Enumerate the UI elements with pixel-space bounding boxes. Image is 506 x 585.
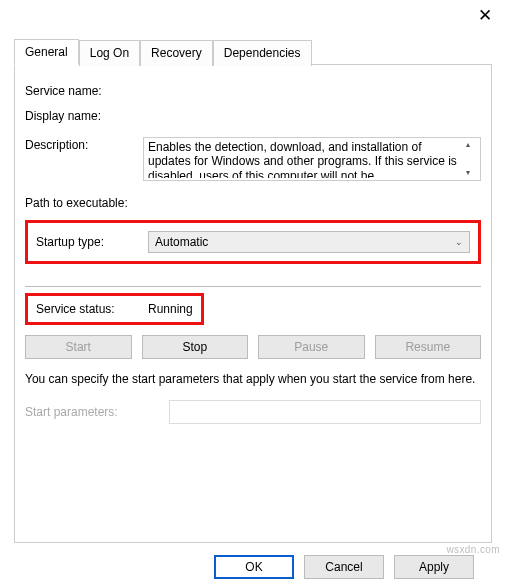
- row-display-name: Display name:: [25, 108, 481, 123]
- resume-button: Resume: [375, 335, 482, 359]
- scroll-up-icon[interactable]: ▴: [460, 140, 476, 150]
- start-parameters-input: [169, 400, 481, 424]
- row-path: Path to executable:: [25, 195, 481, 210]
- label-service-status: Service status:: [36, 302, 148, 316]
- label-description: Description:: [25, 137, 143, 152]
- start-button: Start: [25, 335, 132, 359]
- description-text: Enables the detection, download, and ins…: [148, 140, 460, 178]
- tab-dependencies[interactable]: Dependencies: [213, 40, 312, 66]
- chevron-down-icon: ⌄: [455, 237, 463, 247]
- tab-panel-general: Service name: Display name: Description:…: [14, 65, 492, 543]
- label-path: Path to executable:: [25, 195, 143, 210]
- description-scroll[interactable]: ▴ ▾: [460, 140, 476, 178]
- row-start-parameters: Start parameters:: [25, 400, 481, 424]
- label-startup-type: Startup type:: [36, 235, 148, 249]
- startup-type-value: Automatic: [155, 235, 208, 249]
- row-service-name: Service name:: [25, 83, 481, 98]
- tab-general[interactable]: General: [14, 39, 79, 65]
- row-startup-type: Startup type: Automatic ⌄: [36, 231, 470, 253]
- tab-recovery[interactable]: Recovery: [140, 40, 213, 66]
- row-service-status: Service status: Running: [25, 293, 481, 325]
- note-text: You can specify the start parameters tha…: [25, 371, 481, 388]
- highlight-startup-type: Startup type: Automatic ⌄: [25, 220, 481, 264]
- pause-button: Pause: [258, 335, 365, 359]
- dialog-button-row: OK Cancel Apply: [14, 543, 492, 579]
- highlight-service-status: Service status: Running: [25, 293, 204, 325]
- scroll-down-icon[interactable]: ▾: [460, 168, 476, 178]
- stop-button[interactable]: Stop: [142, 335, 249, 359]
- cancel-button[interactable]: Cancel: [304, 555, 384, 579]
- titlebar: ✕: [0, 0, 506, 30]
- dialog-body: General Log On Recovery Dependencies Ser…: [0, 30, 506, 579]
- value-service-status: Running: [148, 302, 193, 316]
- tab-strip: General Log On Recovery Dependencies: [14, 38, 492, 65]
- description-box[interactable]: Enables the detection, download, and ins…: [143, 137, 481, 181]
- label-start-parameters: Start parameters:: [25, 405, 169, 419]
- divider: [25, 286, 481, 287]
- ok-button[interactable]: OK: [214, 555, 294, 579]
- tab-log-on[interactable]: Log On: [79, 40, 140, 66]
- watermark: wsxdn.com: [446, 544, 500, 555]
- row-description: Description: Enables the detection, down…: [25, 137, 481, 181]
- apply-button[interactable]: Apply: [394, 555, 474, 579]
- startup-type-select[interactable]: Automatic ⌄: [148, 231, 470, 253]
- label-display-name: Display name:: [25, 108, 143, 123]
- close-icon[interactable]: ✕: [478, 5, 492, 26]
- label-service-name: Service name:: [25, 83, 143, 98]
- service-control-buttons: Start Stop Pause Resume: [25, 335, 481, 359]
